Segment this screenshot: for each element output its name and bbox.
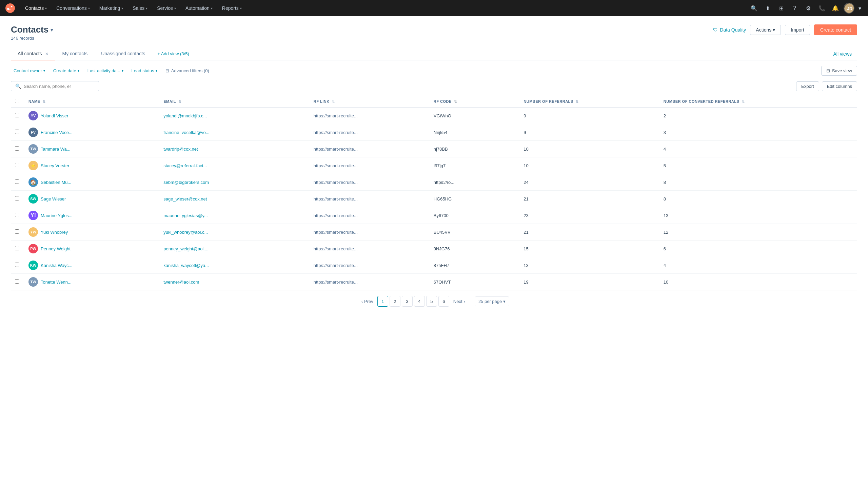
row-checkbox[interactable] — [15, 229, 19, 234]
email-link[interactable]: maurine_yglesias@y... — [163, 213, 208, 218]
email-link[interactable]: twenner@aol.com — [163, 280, 199, 285]
hubspot-logo[interactable] — [5, 3, 15, 13]
email-link[interactable]: sage_wieser@cox.net — [163, 196, 207, 202]
chevron-down-icon: ▾ — [122, 69, 123, 73]
th-num-referrals[interactable]: NUMBER OF REFERRALS ⇅ — [519, 95, 659, 108]
prev-page-button[interactable]: ‹ Prev — [359, 299, 376, 304]
export-button[interactable]: Export — [796, 81, 819, 91]
email-link[interactable]: francine_vocelka@vo... — [163, 130, 209, 135]
email-link[interactable]: yuki_whobrey@aol.c... — [163, 230, 208, 235]
data-quality-button[interactable]: 🛡 Data Quality — [713, 27, 746, 33]
notifications-icon[interactable]: 🔔 — [830, 3, 841, 14]
row-checkbox[interactable] — [15, 196, 19, 200]
row-checkbox-cell[interactable] — [11, 174, 24, 191]
email-link[interactable]: penney_weight@aol.... — [163, 246, 208, 251]
row-checkbox[interactable] — [15, 246, 19, 250]
row-checkbox[interactable] — [15, 279, 19, 284]
tab-close-icon[interactable]: ✕ — [45, 52, 48, 56]
advanced-filters-button[interactable]: ⊟ Advanced filters (0) — [163, 67, 212, 75]
search-icon[interactable]: 🔍 — [749, 3, 760, 14]
avatar-chevron-icon[interactable]: ▾ — [857, 3, 863, 14]
settings-icon[interactable]: ⚙ — [803, 3, 814, 14]
row-checkbox-cell[interactable] — [11, 108, 24, 124]
page-3-button[interactable]: 3 — [402, 296, 413, 307]
contact-name-link[interactable]: Tonette Wenn... — [41, 280, 72, 285]
email-link[interactable]: sebm@bigbrokers.com — [163, 180, 209, 185]
row-checkbox-cell[interactable] — [11, 207, 24, 224]
email-link[interactable]: kanisha_waycott@ya... — [163, 263, 209, 268]
select-all-checkbox-cell[interactable] — [11, 95, 24, 108]
search-box[interactable]: 🔍 — [11, 81, 99, 91]
next-page-button[interactable]: Next › — [451, 299, 468, 304]
create-date-filter[interactable]: Create date ▾ — [51, 67, 82, 75]
th-num-converted[interactable]: NUMBER OF CONVERTED REFERRALS ⇅ — [659, 95, 857, 108]
page-2-button[interactable]: 2 — [390, 296, 400, 307]
contact-name-link[interactable]: Sebastien Mu... — [41, 180, 71, 185]
row-checkbox-cell[interactable] — [11, 141, 24, 157]
row-checkbox-cell[interactable] — [11, 191, 24, 207]
th-rf-link[interactable]: RF LINK ⇅ — [310, 95, 430, 108]
contact-name-link[interactable]: Yuki Whobrey — [41, 230, 68, 235]
row-checkbox-cell[interactable] — [11, 274, 24, 290]
save-view-button[interactable]: ⊞ Save view — [821, 66, 857, 76]
nav-item-conversations[interactable]: Conversations ▾ — [52, 0, 95, 16]
contact-name-link[interactable]: Kanisha Wayc... — [41, 263, 72, 268]
lead-status-filter[interactable]: Lead status ▾ — [129, 67, 160, 75]
row-checkbox[interactable] — [15, 263, 19, 267]
contact-name-link[interactable]: Yolandi Visser — [41, 113, 68, 118]
edit-columns-button[interactable]: Edit columns — [822, 81, 857, 91]
upgrade-icon[interactable]: ⬆ — [762, 3, 773, 14]
select-all-checkbox[interactable] — [15, 99, 19, 103]
nav-item-marketing[interactable]: Marketing ▾ — [95, 0, 128, 16]
page-4-button[interactable]: 4 — [414, 296, 425, 307]
actions-button[interactable]: Actions ▾ — [750, 25, 781, 35]
nav-item-sales[interactable]: Sales ▾ — [128, 0, 152, 16]
row-checkbox[interactable] — [15, 130, 19, 134]
row-checkbox-cell[interactable] — [11, 124, 24, 141]
row-checkbox[interactable] — [15, 113, 19, 117]
user-avatar[interactable]: JD — [844, 3, 854, 14]
row-checkbox[interactable] — [15, 213, 19, 217]
th-rf-code[interactable]: RF CODE ⇅ — [430, 95, 520, 108]
row-checkbox-cell[interactable] — [11, 257, 24, 274]
page-6-button[interactable]: 6 — [438, 296, 449, 307]
email-link[interactable]: twardrip@cox.net — [163, 147, 198, 152]
nav-item-service[interactable]: Service ▾ — [152, 0, 181, 16]
page-5-button[interactable]: 5 — [426, 296, 437, 307]
last-activity-filter[interactable]: Last activity da... ▾ — [85, 67, 126, 75]
all-views-button[interactable]: All views — [828, 48, 857, 60]
nav-item-contacts[interactable]: Contacts ▾ — [20, 0, 52, 16]
email-link[interactable]: stacey@referral-fact... — [163, 163, 207, 168]
row-checkbox-cell[interactable] — [11, 157, 24, 174]
help-icon[interactable]: ? — [789, 3, 800, 14]
calls-icon[interactable]: 📞 — [816, 3, 827, 14]
add-view-button[interactable]: + Add view (3/5) — [152, 48, 195, 60]
nav-item-automation[interactable]: Automation ▾ — [181, 0, 217, 16]
create-contact-button[interactable]: Create contact — [814, 24, 857, 35]
per-page-selector[interactable]: 25 per page ▾ — [475, 296, 509, 306]
import-button[interactable]: Import — [785, 25, 810, 35]
marketplace-icon[interactable]: ⊞ — [776, 3, 787, 14]
tab-all-contacts[interactable]: All contacts ✕ — [11, 47, 55, 60]
nav-item-reports[interactable]: Reports ▾ — [217, 0, 246, 16]
contact-name-link[interactable]: Penney Weight — [41, 246, 71, 251]
tab-unassigned-contacts[interactable]: Unassigned contacts — [94, 47, 152, 60]
page-1-button[interactable]: 1 — [377, 296, 388, 307]
contact-name-link[interactable]: Francine Voce... — [41, 130, 73, 135]
search-input[interactable] — [24, 84, 95, 89]
contact-name-link[interactable]: Tammara Wa... — [41, 147, 71, 152]
page-title-dropdown-icon[interactable]: ▾ — [51, 27, 53, 33]
th-name[interactable]: NAME ⇅ — [24, 95, 159, 108]
contact-name-link[interactable]: Maurine Ygles... — [41, 213, 73, 218]
email-link[interactable]: yolandi@mndkbjfb.c... — [163, 113, 207, 118]
tab-my-contacts[interactable]: My contacts — [55, 47, 94, 60]
row-checkbox-cell[interactable] — [11, 224, 24, 241]
th-email[interactable]: EMAIL ⇅ — [159, 95, 310, 108]
row-checkbox[interactable] — [15, 146, 19, 151]
row-checkbox-cell[interactable] — [11, 241, 24, 257]
contact-name-link[interactable]: Sage Wieser — [41, 196, 66, 202]
row-checkbox[interactable] — [15, 163, 19, 167]
contact-owner-filter[interactable]: Contact owner ▾ — [11, 67, 48, 75]
row-checkbox[interactable] — [15, 179, 19, 184]
contact-name-link[interactable]: Stacey Vorster — [41, 163, 70, 168]
